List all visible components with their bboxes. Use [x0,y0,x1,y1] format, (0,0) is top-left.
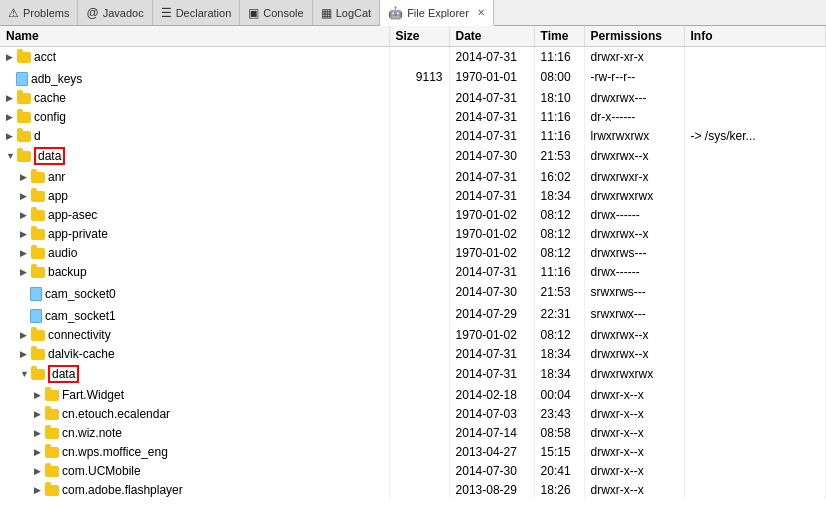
name-cell-app-private: app-private [0,224,389,243]
size-cell-data [389,145,449,167]
perms-cell-cache: drwxrwx--- [584,88,684,107]
perms-cell-fart-widget: drwxr-x--x [584,385,684,404]
filename-cn-etouch: cn.etouch.ecalendar [62,407,170,421]
date-cell-config: 2014-07-31 [449,107,534,126]
tab-logcat[interactable]: ▦LogCat [313,0,380,25]
expand-arrow-data[interactable] [6,151,16,161]
expand-arrow-com-adobe[interactable] [34,485,44,495]
table-header-row: Name Size Date Time Permissions Info [0,26,826,47]
expand-arrow-backup[interactable] [20,267,30,277]
name-cell-backup: backup [0,262,389,281]
table-row[interactable]: backup2014-07-3111:16drwx------ [0,262,826,281]
name-cell-adb_keys: adb_keys [0,66,389,88]
perms-cell-cam_socket1: srwxrwx--- [584,303,684,325]
filename-fart-widget: Fart.Widget [62,388,124,402]
table-row[interactable]: cam_socket02014-07-3021:53srwxrws--- [0,281,826,303]
expand-arrow-app-private[interactable] [20,229,30,239]
tab-javadoc[interactable]: @Javadoc [78,0,152,25]
expand-arrow-anr[interactable] [20,172,30,182]
filename-cam_socket1: cam_socket1 [45,309,116,323]
info-cell-acct [684,47,825,67]
table-row[interactable]: data2014-07-3021:53drwxrwx--x [0,145,826,167]
perms-cell-audio: drwxrws--- [584,243,684,262]
date-cell-app: 2014-07-31 [449,186,534,205]
info-cell-com-ucmobile [684,461,825,480]
expand-arrow-d[interactable] [6,131,16,141]
table-row[interactable]: com.adobe.flashplayer2013-08-2918:26drwx… [0,480,826,499]
table-row[interactable]: app-private1970-01-0208:12drwxrwx--x [0,224,826,243]
filename-acct: acct [34,50,56,64]
table-row[interactable]: dalvik-cache2014-07-3118:34drwxrwx--x [0,344,826,363]
info-cell-app-private [684,224,825,243]
table-row[interactable]: Fart.Widget2014-02-1800:04drwxr-x--x [0,385,826,404]
perms-cell-backup: drwx------ [584,262,684,281]
folder-icon-data2 [31,369,45,380]
expand-arrow-acct[interactable] [6,52,16,62]
time-cell-com-ucmobile: 20:41 [534,461,584,480]
table-row[interactable]: adb_keys91131970-01-0108:00-rw-r--r-- [0,66,826,88]
tab-label-console: Console [263,7,303,19]
table-row[interactable]: com.UCMobile2014-07-3020:41drwxr-x--x [0,461,826,480]
tab-problems[interactable]: ⚠Problems [0,0,78,25]
time-cell-cam_socket0: 21:53 [534,281,584,303]
expand-arrow-cache[interactable] [6,93,16,103]
info-cell-audio [684,243,825,262]
date-cell-app-private: 1970-01-02 [449,224,534,243]
size-cell-connectivity [389,325,449,344]
info-cell-data [684,145,825,167]
name-cell-app-asec: app-asec [0,205,389,224]
expand-arrow-fart-widget[interactable] [34,390,44,400]
time-cell-cn-wps: 15:15 [534,442,584,461]
name-cell-app: app [0,186,389,205]
date-cell-fart-widget: 2014-02-18 [449,385,534,404]
name-cell-d: d [0,126,389,145]
perms-cell-d: lrwxrwxrwx [584,126,684,145]
perms-cell-app: drwxrwxrwx [584,186,684,205]
table-row[interactable]: app2014-07-3118:34drwxrwxrwx [0,186,826,205]
expand-arrow-config[interactable] [6,112,16,122]
table-row[interactable]: connectivity1970-01-0208:12drwxrwx--x [0,325,826,344]
filename-anr: anr [48,170,65,184]
table-row[interactable]: cn.wps.moffice_eng2013-04-2715:15drwxr-x… [0,442,826,461]
expand-arrow-com-ucmobile[interactable] [34,466,44,476]
table-row[interactable]: acct2014-07-3111:16drwxr-xr-x [0,47,826,67]
perms-cell-com-ucmobile: drwxr-x--x [584,461,684,480]
table-row[interactable]: audio1970-01-0208:12drwxrws--- [0,243,826,262]
tab-declaration[interactable]: ☰Declaration [153,0,241,25]
table-row[interactable]: cam_socket12014-07-2922:31srwxrwx--- [0,303,826,325]
info-cell-cn-wiz [684,423,825,442]
table-row[interactable]: anr2014-07-3116:02drwxrwxr-x [0,167,826,186]
expand-arrow-data2[interactable] [20,369,30,379]
time-cell-connectivity: 08:12 [534,325,584,344]
perms-cell-cn-etouch: drwxr-x--x [584,404,684,423]
tab-file-explorer[interactable]: 🤖File Explorer✕ [380,0,494,26]
expand-arrow-cn-wps[interactable] [34,447,44,457]
table-row[interactable]: app-asec1970-01-0208:12drwx------ [0,205,826,224]
expand-arrow-dalvik-cache[interactable] [20,349,30,359]
tab-console[interactable]: ▣Console [240,0,312,25]
table-row[interactable]: cn.wiz.note2014-07-1408:58drwxr-x--x [0,423,826,442]
folder-icon-config [17,112,31,123]
expand-arrow-audio[interactable] [20,248,30,258]
info-cell-anr [684,167,825,186]
tab-label-javadoc: Javadoc [103,7,144,19]
name-cell-dalvik-cache: dalvik-cache [0,344,389,363]
expand-arrow-cn-etouch[interactable] [34,409,44,419]
expand-arrow-cn-wiz[interactable] [34,428,44,438]
file-table-scroll[interactable]: Name Size Date Time Permissions Info acc… [0,26,826,507]
table-row[interactable]: data2014-07-3118:34drwxrwxrwx [0,363,826,385]
perms-cell-cn-wiz: drwxr-x--x [584,423,684,442]
table-row[interactable]: config2014-07-3111:16dr-x------ [0,107,826,126]
date-cell-cache: 2014-07-31 [449,88,534,107]
red-box-name-data2: data [48,365,79,383]
size-cell-app-private [389,224,449,243]
expand-arrow-app[interactable] [20,191,30,201]
table-row[interactable]: d2014-07-3111:16lrwxrwxrwx-> /sys/ker... [0,126,826,145]
table-row[interactable]: cache2014-07-3118:10drwxrwx--- [0,88,826,107]
table-row[interactable]: cn.etouch.ecalendar2014-07-0323:43drwxr-… [0,404,826,423]
time-cell-cn-etouch: 23:43 [534,404,584,423]
tab-close-file-explorer[interactable]: ✕ [477,7,485,18]
col-header-time: Time [534,26,584,47]
expand-arrow-connectivity[interactable] [20,330,30,340]
expand-arrow-app-asec[interactable] [20,210,30,220]
